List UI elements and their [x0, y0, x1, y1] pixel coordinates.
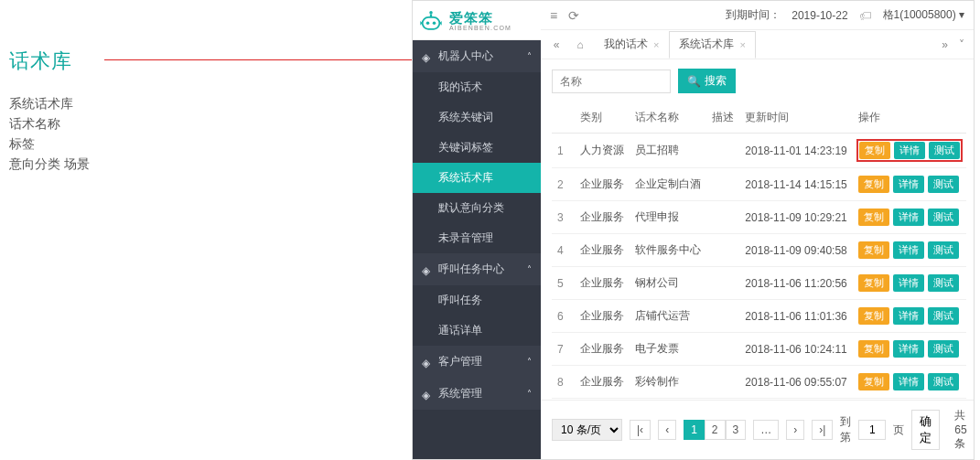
copy-button[interactable]: 复制: [858, 176, 889, 193]
row-index: 8: [552, 366, 575, 399]
sidebar-item[interactable]: 未录音管理: [413, 223, 541, 253]
table-row[interactable]: 4企业服务软件服务中心2018-11-09 09:40:58复制详情测试: [552, 234, 966, 267]
detail-button[interactable]: 详情: [893, 307, 924, 325]
page-number[interactable]: 1: [684, 420, 705, 440]
sidebar-item[interactable]: 关键词标签: [413, 133, 541, 163]
menu-toggle-icon[interactable]: ≡: [550, 8, 557, 23]
copy-button[interactable]: 复制: [858, 340, 889, 358]
pager-goto-pre: 到第: [840, 414, 851, 445]
sidebar-item[interactable]: 系统话术库: [413, 163, 541, 193]
row-ops: 复制详情测试: [859, 142, 960, 159]
table-row[interactable]: 2企业服务企业定制白酒2018-11-14 14:15:15复制详情测试: [552, 168, 966, 201]
table-row[interactable]: 8企业服务彩铃制作2018-11-06 09:55:07复制详情测试: [552, 366, 966, 399]
svg-rect-2: [423, 17, 440, 29]
sidebar-menu: ◈机器人中心˄我的话术系统关键词关键词标签系统话术库默认意向分类未录音管理◈呼叫…: [413, 40, 541, 459]
test-button[interactable]: 测试: [928, 241, 959, 259]
toolbar: 🔍 搜索: [541, 59, 974, 102]
logo[interactable]: 爱笨笨 AIBENBEN.COM: [413, 1, 541, 40]
app-window: 爱笨笨 AIBENBEN.COM ◈机器人中心˄我的话术系统关键词关键词标签系统…: [412, 0, 975, 460]
pager-goto-input[interactable]: [858, 420, 886, 440]
col-header: 类别: [575, 102, 630, 134]
copy-button[interactable]: 复制: [858, 274, 889, 292]
table-row[interactable]: 5企业服务钢材公司2018-11-06 11:20:56复制详情测试: [552, 267, 966, 300]
row-index: 4: [552, 234, 575, 267]
row-name: 彩铃制作: [630, 366, 706, 399]
test-button[interactable]: 测试: [928, 307, 959, 325]
pager-next[interactable]: ›: [786, 420, 804, 440]
pager-prev[interactable]: ‹: [658, 420, 676, 440]
gear-icon: ◈: [422, 389, 433, 400]
pager-confirm-button[interactable]: 确定: [911, 410, 940, 450]
sidebar-item[interactable]: 系统关键词: [413, 102, 541, 133]
menu-group-user[interactable]: ◈客户管理˄: [413, 346, 541, 378]
doc-bullet: 意向分类 场景: [9, 154, 384, 174]
menu-group-gear[interactable]: ◈系统管理˄: [413, 378, 541, 410]
tab[interactable]: 我的话术×: [594, 31, 669, 58]
copy-button[interactable]: 复制: [858, 307, 889, 325]
detail-button[interactable]: 详情: [893, 274, 924, 292]
table-row[interactable]: 3企业服务代理申报2018-11-09 10:29:21复制详情测试: [552, 201, 966, 234]
copy-button[interactable]: 复制: [858, 241, 889, 259]
test-button[interactable]: 测试: [929, 142, 960, 159]
row-time: 2018-11-01 14:23:19: [739, 134, 852, 168]
detail-button[interactable]: 详情: [894, 142, 925, 159]
row-index: 3: [552, 201, 575, 234]
row-ops: 复制详情测试: [858, 209, 961, 226]
sidebar-item[interactable]: 我的话术: [413, 72, 541, 102]
search-input[interactable]: [552, 70, 671, 93]
row-time: 2018-11-14 14:15:15: [739, 168, 852, 201]
copy-button[interactable]: 复制: [858, 209, 889, 226]
tabs-forward-icon[interactable]: »: [938, 38, 952, 51]
sidebar-item[interactable]: 通话详单: [413, 316, 541, 346]
detail-button[interactable]: 详情: [893, 241, 924, 259]
tabs-back-icon[interactable]: «: [546, 38, 566, 51]
sidebar-item[interactable]: 呼叫任务: [413, 285, 541, 316]
detail-button[interactable]: 详情: [893, 176, 924, 193]
row-index: 6: [552, 300, 575, 333]
test-button[interactable]: 测试: [928, 340, 959, 358]
table-row[interactable]: 6企业服务店铺代运营2018-11-06 11:01:36复制详情测试: [552, 300, 966, 333]
expire-label: 到期时间：: [726, 7, 781, 23]
detail-button[interactable]: 详情: [893, 373, 924, 390]
tag-icon[interactable]: 🏷: [859, 8, 872, 23]
close-icon[interactable]: ×: [739, 39, 745, 50]
row-name: 店铺代运营: [630, 300, 706, 333]
pager-first[interactable]: |‹: [630, 420, 651, 440]
pager-more[interactable]: …: [753, 420, 779, 440]
sidebar-item[interactable]: 默认意向分类: [413, 193, 541, 223]
row-time: 2018-11-06 09:55:07: [739, 366, 852, 399]
detail-button[interactable]: 详情: [893, 209, 924, 226]
test-button[interactable]: 测试: [928, 274, 959, 292]
table-row[interactable]: 7企业服务电子发票2018-11-06 10:24:11复制详情测试: [552, 333, 966, 366]
test-button[interactable]: 测试: [928, 373, 959, 390]
doc-bullet: 标签: [9, 134, 384, 154]
topbar: ≡ ⟳ 到期时间： 2019-10-22 🏷 格1(10005800) ▾: [541, 1, 974, 30]
user-menu[interactable]: 格1(10005800) ▾: [883, 7, 964, 23]
test-button[interactable]: 测试: [928, 176, 959, 193]
menu-group-chip[interactable]: ◈机器人中心˄: [413, 40, 541, 72]
page-number[interactable]: 3: [726, 420, 747, 440]
pager-last[interactable]: ›|: [812, 420, 833, 440]
test-button[interactable]: 测试: [928, 209, 959, 226]
refresh-icon[interactable]: ⟳: [568, 8, 579, 23]
row-ops: 复制详情测试: [858, 373, 961, 390]
page-size-select[interactable]: 10 条/页: [552, 419, 622, 441]
copy-button[interactable]: 复制: [858, 373, 889, 390]
menu-group-phone[interactable]: ◈呼叫任务中心˄: [413, 253, 541, 285]
row-category: 企业服务: [575, 333, 630, 366]
copy-button[interactable]: 复制: [859, 142, 890, 159]
page-number[interactable]: 2: [705, 420, 726, 440]
detail-button[interactable]: 详情: [893, 340, 924, 358]
close-icon[interactable]: ×: [653, 39, 659, 50]
table-row[interactable]: 1人力资源员工招聘2018-11-01 14:23:19复制详情测试: [552, 134, 966, 168]
chevron-up-icon: ˄: [527, 389, 532, 399]
tab[interactable]: 系统话术库×: [669, 31, 755, 59]
tabs-dropdown-icon[interactable]: ˅: [955, 38, 968, 51]
search-button[interactable]: 🔍 搜索: [678, 69, 736, 93]
col-header: 话术名称: [630, 102, 706, 134]
row-category: 企业服务: [575, 267, 630, 300]
svg-point-3: [426, 22, 430, 26]
home-tab-icon[interactable]: ⌂: [570, 38, 590, 51]
doc-bullet: 话术名称: [9, 113, 384, 134]
row-desc: [706, 134, 739, 168]
